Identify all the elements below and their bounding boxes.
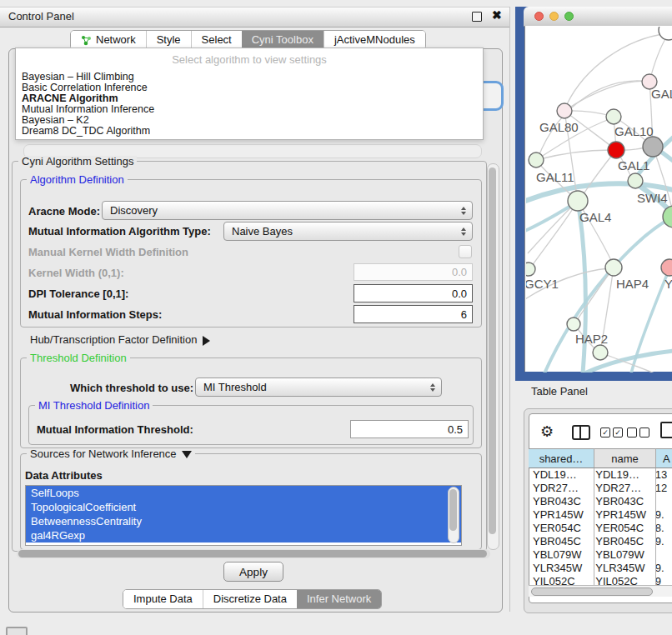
mi-threshold-field[interactable]: 0.5 bbox=[350, 420, 469, 438]
bottom-tab-bar: Impute Data Discretize Data Infer Networ… bbox=[123, 589, 382, 609]
table-row[interactable]: YBL079WYBL079W bbox=[529, 548, 672, 562]
zoom-traffic-light-icon[interactable] bbox=[564, 12, 574, 21]
table-cell: YDL19… bbox=[529, 468, 591, 482]
column-header-shared-label: shared… bbox=[539, 452, 584, 465]
kernel-width-field[interactable]: 0.0 bbox=[354, 263, 473, 281]
column-header-partial[interactable]: A bbox=[655, 448, 672, 468]
network-node[interactable] bbox=[663, 206, 672, 228]
table-row[interactable]: YER054CYER054C8. bbox=[529, 522, 672, 535]
close-traffic-light-icon[interactable] bbox=[534, 12, 544, 21]
mi-type-combo[interactable]: Naive Bayes bbox=[223, 222, 473, 241]
dpi-tolerance-field[interactable]: 0.0 bbox=[354, 284, 473, 302]
network-node-label: HAP4 bbox=[616, 277, 649, 291]
network-node-label: GAL10 bbox=[614, 124, 654, 138]
network-node-label: GAL11 bbox=[536, 170, 574, 184]
attribute-item[interactable]: TopologicalCoefficient bbox=[26, 500, 461, 514]
table-cell: YBR043C bbox=[529, 495, 591, 508]
hub-definition-label: Hub/Transcription Factor Definition bbox=[30, 333, 197, 346]
settings-scrollbar-thumb[interactable] bbox=[489, 168, 496, 534]
network-node-label: GAL4 bbox=[579, 210, 611, 224]
corner-partial-icon[interactable] bbox=[6, 627, 28, 635]
network-node[interactable] bbox=[568, 191, 588, 211]
tab-style-label: Style bbox=[157, 31, 181, 49]
network-node[interactable] bbox=[659, 27, 672, 40]
table-horizontal-scrollbar[interactable] bbox=[529, 585, 672, 597]
tab-network[interactable]: Network bbox=[71, 31, 146, 49]
tab-cyni-toolbox[interactable]: Cyni Toolbox bbox=[242, 31, 323, 49]
tab-cyni-toolbox-label: Cyni Toolbox bbox=[252, 31, 313, 49]
table-cell: 8. bbox=[651, 522, 672, 535]
table-cell: YBR043C bbox=[591, 495, 650, 508]
mi-steps-field[interactable]: 6 bbox=[354, 305, 473, 323]
network-node[interactable] bbox=[593, 345, 608, 360]
column-header-name-label: name bbox=[611, 452, 639, 465]
table-row[interactable]: YPR145WYPR145W9. bbox=[529, 508, 672, 522]
select-all-checkboxes-icon[interactable]: ✓✓ bbox=[600, 428, 623, 438]
network-node[interactable] bbox=[567, 318, 580, 331]
table-hscrollbar-thumb[interactable] bbox=[531, 588, 653, 596]
attribute-item[interactable]: BetweennessCentrality bbox=[26, 514, 461, 528]
tab-network-label: Network bbox=[96, 31, 136, 49]
tab-discretize-data[interactable]: Discretize Data bbox=[203, 590, 297, 608]
table-row[interactable]: YLR345WYLR345W9. bbox=[529, 562, 672, 575]
table-row[interactable]: YDL19…YDL19…13 bbox=[529, 468, 672, 482]
collapse-down-icon bbox=[182, 451, 192, 458]
tab-impute-data[interactable]: Impute Data bbox=[123, 590, 203, 608]
sources-title-label: Sources for Network Inference bbox=[30, 448, 177, 460]
network-node[interactable] bbox=[643, 137, 663, 157]
gear-icon[interactable]: ⚙ bbox=[540, 422, 554, 441]
attribute-item[interactable]: gal4RGexp bbox=[26, 528, 461, 542]
network-canvas[interactable]: GALGAL80GAL10GAL1SWI4GAL11GAL4GCY1HAP4YH… bbox=[524, 26, 672, 372]
network-node[interactable] bbox=[628, 173, 643, 188]
column-icon[interactable] bbox=[660, 422, 672, 438]
minimize-traffic-light-icon[interactable] bbox=[549, 12, 559, 21]
network-node[interactable] bbox=[606, 109, 621, 124]
network-node[interactable] bbox=[557, 103, 572, 118]
split-view-glyph bbox=[572, 425, 590, 440]
column-header-name[interactable]: name bbox=[594, 448, 655, 468]
kernel-width-value: 0.0 bbox=[452, 266, 467, 278]
table-cell: YDL19… bbox=[591, 468, 650, 482]
table-row[interactable]: YBR043CYBR043C bbox=[529, 495, 672, 508]
column-header-shared[interactable]: shared… bbox=[529, 448, 594, 468]
table-cell: 9. bbox=[651, 535, 672, 548]
tab-infer-network[interactable]: Infer Network bbox=[297, 590, 381, 608]
close-window-icon[interactable]: ✖ bbox=[492, 8, 502, 22]
tab-style[interactable]: Style bbox=[146, 31, 191, 49]
attribute-item[interactable]: SelfLoops bbox=[26, 486, 461, 500]
column-divider bbox=[655, 468, 656, 585]
network-window-titlebar[interactable] bbox=[524, 7, 672, 27]
network-node[interactable] bbox=[605, 259, 622, 276]
clear-checkboxes-icon[interactable] bbox=[627, 428, 649, 438]
attributes-scrollbar-thumb[interactable] bbox=[449, 489, 457, 531]
settings-vertical-scrollbar[interactable] bbox=[487, 163, 499, 550]
kernel-width-label: Kernel Width (0,1): bbox=[28, 267, 124, 279]
table-cell: YBR045C bbox=[529, 535, 591, 548]
network-node[interactable] bbox=[661, 259, 672, 276]
tab-select[interactable]: Select bbox=[191, 31, 242, 49]
network-node[interactable] bbox=[526, 262, 535, 276]
tab-select-label: Select bbox=[202, 31, 232, 49]
split-view-icon[interactable] bbox=[572, 425, 590, 443]
which-threshold-combo[interactable]: MI Threshold bbox=[195, 378, 442, 397]
table-row[interactable]: YIL052CYIL052C9 bbox=[529, 575, 672, 585]
network-edge bbox=[578, 201, 585, 372]
column-header-partial-label: A bbox=[663, 452, 670, 465]
network-node[interactable] bbox=[608, 142, 624, 158]
network-node[interactable] bbox=[529, 152, 544, 168]
attributes-list-scrollbar[interactable] bbox=[448, 487, 459, 543]
settings-hscrollbar-thumb[interactable] bbox=[18, 550, 487, 558]
apply-button[interactable]: Apply bbox=[223, 562, 283, 582]
data-attributes-list[interactable]: SelfLoops TopologicalCoefficient Between… bbox=[25, 485, 462, 546]
hub-definition-expander[interactable]: Hub/Transcription Factor Definition bbox=[30, 333, 210, 346]
table-row[interactable]: YBR045CYBR045C9. bbox=[529, 535, 672, 548]
table-row[interactable]: YDR27…YDR27…12 bbox=[529, 482, 672, 495]
aracne-mode-combo[interactable]: Discovery bbox=[102, 201, 473, 220]
table-cell: YIL052C bbox=[529, 575, 591, 585]
tab-jactivemnodules[interactable]: jActiveMNodules bbox=[323, 31, 425, 49]
dropdown-item[interactable]: Dream8 DC_TDC Algorithm bbox=[16, 126, 483, 139]
manual-kernel-checkbox[interactable] bbox=[459, 245, 472, 258]
float-window-icon[interactable] bbox=[472, 12, 482, 22]
sources-title[interactable]: Sources for Network Inference bbox=[27, 448, 195, 460]
settings-horizontal-scrollbar[interactable] bbox=[17, 549, 490, 558]
